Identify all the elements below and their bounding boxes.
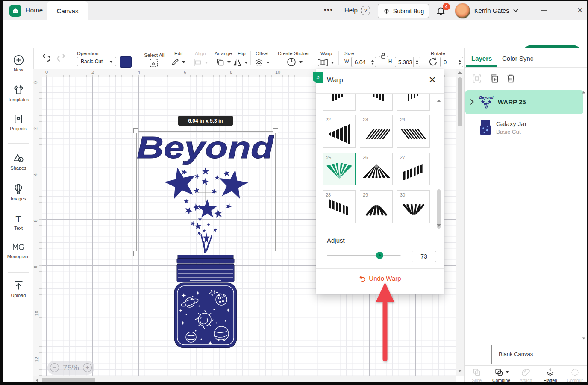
- layer-actions-bar: Slice Combine Attach Flatten Contour: [465, 365, 587, 384]
- sidebar-item-shapes[interactable]: Shapes: [3, 153, 33, 170]
- help-question-icon[interactable]: ?: [361, 6, 370, 15]
- warp-style-24[interactable]: 24: [397, 115, 430, 148]
- flip-label: Flip: [238, 51, 246, 56]
- warp-button[interactable]: [317, 59, 334, 66]
- duplicate-layer-icon[interactable]: [488, 73, 500, 84]
- sidebar-item-images[interactable]: Images: [3, 183, 33, 201]
- svg-text:Beyond: Beyond: [479, 95, 494, 100]
- warp-panel-close-icon[interactable]: ✕: [429, 75, 436, 85]
- width-stepper[interactable]: [369, 57, 376, 67]
- warp-style-30[interactable]: 30: [397, 190, 430, 223]
- canvas-vertical-scrollbar[interactable]: [456, 69, 464, 376]
- h-ruler-6: 6: [184, 70, 186, 75]
- layer-galaxy-jar-thumbnail: [480, 120, 491, 136]
- zoom-in-button[interactable]: +: [83, 363, 92, 372]
- overflow-menu[interactable]: •••: [324, 6, 333, 13]
- warp-style-28[interactable]: 28: [323, 190, 356, 223]
- selection-handle-top-right[interactable]: [273, 128, 278, 133]
- h-ruler-4: 4: [138, 70, 140, 75]
- sidebar-item-upload[interactable]: Upload: [3, 280, 33, 298]
- sidebar-item-text[interactable]: T Text: [3, 213, 33, 231]
- sidebar-item-new[interactable]: New: [3, 54, 33, 72]
- layer-expand-chevron-icon[interactable]: [470, 99, 474, 105]
- tab-layers[interactable]: Layers: [471, 55, 492, 62]
- sidebar-item-projects[interactable]: Projects: [3, 113, 33, 131]
- window-minimize-button[interactable]: [541, 10, 547, 11]
- warp-style-partial-3[interactable]: [397, 94, 430, 111]
- top-bar: Home Canvas ••• Help ? Submit Bug 4 Kerr…: [3, 1, 587, 21]
- warp-style-27[interactable]: 27: [397, 153, 430, 185]
- layer-row-warp25[interactable]: Beyond WARP 25: [465, 90, 583, 114]
- window-maximize-button[interactable]: [559, 7, 565, 13]
- canvas-horizontal-scrollbar[interactable]: [33, 376, 456, 384]
- combine-button[interactable]: Combine: [489, 366, 513, 384]
- flatten-button[interactable]: Flatten: [538, 366, 562, 384]
- user-menu[interactable]: Kerrin Gates: [474, 7, 509, 14]
- home-tab[interactable]: Home: [26, 6, 43, 14]
- galaxy-jar-image[interactable]: [173, 255, 238, 350]
- offset-button[interactable]: [254, 58, 270, 67]
- adjust-slider-knob[interactable]: [376, 252, 383, 259]
- redo-button[interactable]: [56, 53, 67, 63]
- rotate-input[interactable]: 0: [440, 57, 463, 67]
- sidebar-item-templates[interactable]: Templates: [3, 84, 33, 102]
- delete-layer-icon[interactable]: [506, 73, 516, 84]
- projects-icon: [3, 113, 33, 125]
- layer-row-galaxy-jar[interactable]: Galaxy Jar Basic Cut: [465, 117, 583, 140]
- zoom-out-button[interactable]: −: [50, 363, 59, 372]
- selection-handle-bottom-left[interactable]: [133, 251, 138, 256]
- blank-canvas-label: Blank Canvas: [499, 351, 533, 357]
- layer-warp25-thumbnail: Beyond: [478, 94, 494, 110]
- arrange-button[interactable]: [216, 58, 231, 67]
- avatar[interactable]: [455, 3, 470, 19]
- v-ruler-4: 4: [33, 173, 38, 176]
- submit-bug-button[interactable]: Submit Bug: [378, 4, 429, 18]
- selection-handle-bottom-right[interactable]: [273, 251, 278, 256]
- arrange-label: Arrange: [215, 51, 232, 56]
- height-stepper[interactable]: [413, 57, 420, 67]
- warp-style-25-selected[interactable]: 25: [323, 153, 356, 185]
- color-swatch[interactable]: [120, 56, 132, 68]
- project-header: Galaxy Jar* Save My Stuff Maker 3 Make: [3, 20, 587, 49]
- edit-label: Edit: [174, 51, 183, 56]
- warp-panel-title: Warp: [327, 76, 343, 84]
- canvas-tab[interactable]: Canvas: [47, 1, 88, 20]
- adjust-value-input[interactable]: 73: [412, 251, 436, 262]
- flip-button[interactable]: [232, 58, 248, 67]
- warp-list-scrollbar[interactable]: [437, 96, 441, 230]
- operation-select[interactable]: Basic Cut: [77, 57, 116, 66]
- height-input[interactable]: 5.303: [395, 57, 420, 67]
- selection-handle-top-left[interactable]: [133, 128, 138, 133]
- size-label: Size: [344, 51, 354, 56]
- warp-style-partial-1[interactable]: [323, 94, 356, 111]
- operation-caret-icon: [109, 61, 113, 63]
- edit-button[interactable]: [171, 58, 185, 66]
- dimension-tooltip: 6.04 in x 5.3 in: [178, 116, 233, 126]
- warp-style-26[interactable]: 26: [360, 153, 393, 185]
- sidebar-item-monogram[interactable]: Monogram: [3, 241, 33, 259]
- layer-warp25-name: WARP 25: [498, 98, 526, 106]
- window-close-button[interactable]: ✕: [577, 6, 583, 15]
- size-lock-icon[interactable]: [379, 52, 388, 59]
- selection-bounding-box[interactable]: [136, 131, 276, 253]
- warp-style-23[interactable]: 23: [360, 115, 393, 148]
- user-chevron-down-icon[interactable]: [513, 9, 519, 13]
- help-link[interactable]: Help: [344, 6, 358, 14]
- width-input[interactable]: 6.04: [351, 57, 376, 67]
- rotate-stepper[interactable]: [456, 57, 463, 67]
- offset-label: Offset: [256, 51, 268, 56]
- v-ruler-6: 6: [33, 220, 38, 222]
- warp-style-partial-2[interactable]: [360, 94, 393, 111]
- bug-icon: [383, 7, 390, 15]
- create-sticker-button[interactable]: [286, 57, 303, 67]
- layer-galaxy-jar-type: Basic Cut: [496, 129, 521, 135]
- select-all-button[interactable]: [149, 58, 159, 68]
- cricut-logo-icon[interactable]: [9, 5, 21, 17]
- rotate-icon[interactable]: [428, 57, 438, 67]
- undo-button[interactable]: [41, 53, 51, 63]
- tab-color-sync[interactable]: Color Sync: [502, 55, 533, 62]
- warp-style-22[interactable]: 22: [323, 115, 356, 148]
- blank-canvas-swatch[interactable]: [468, 345, 492, 364]
- adjust-slider-track[interactable]: [327, 255, 401, 256]
- warp-style-29[interactable]: 29: [360, 190, 393, 223]
